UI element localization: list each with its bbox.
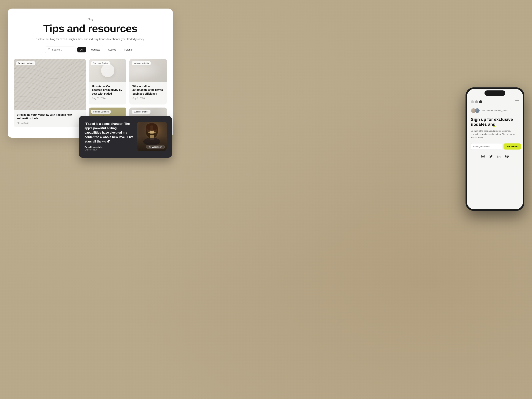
testimonial-text-area: "Faded is a game-changer! The app's powe…: [85, 122, 133, 153]
social-icons-row: [471, 154, 519, 158]
watch-now-button[interactable]: Watch now: [146, 145, 165, 149]
filter-stories-button[interactable]: Stories: [105, 47, 119, 52]
post-2-title: How Acme Corp boosted productivity by 30…: [92, 85, 123, 96]
post-card-3[interactable]: Industry Insights Why workflow automatio…: [129, 59, 167, 104]
member-avatars: [471, 108, 480, 113]
phone-hero-title-highlight: d: [493, 122, 495, 127]
filter-insights-button[interactable]: Insights: [121, 47, 135, 52]
pinterest-icon[interactable]: [505, 154, 509, 158]
svg-point-18: [482, 156, 484, 157]
twitter-icon[interactable]: [489, 154, 493, 158]
search-box[interactable]: [45, 47, 76, 53]
testimonial-card: "Faded is a game-changer! The app's powe…: [79, 116, 172, 158]
members-count-text: 2k+ members already joined: [482, 109, 508, 112]
svg-point-20: [498, 155, 498, 155]
featured-post-title: Streamline your workflow with Faded's ne…: [17, 113, 83, 120]
phone-notch: [484, 90, 505, 96]
svg-point-19: [484, 155, 484, 156]
post-card-2[interactable]: Success Stories How Acme Corp boosted pr…: [89, 59, 126, 104]
phone-nav: [471, 100, 519, 103]
svg-rect-17: [482, 155, 484, 158]
search-filter-row: All Updates Stories Insights: [17, 47, 164, 53]
post-4-tag: Product Updates: [91, 110, 111, 114]
hamburger-line-3: [515, 103, 519, 103]
nav-dot-3: [479, 100, 482, 103]
post-2-date: Aug 29, 2024: [92, 97, 123, 100]
post-5-tag: Success Stories: [132, 110, 151, 114]
phone-hero-description: Be the first to hear about product launc…: [471, 129, 519, 139]
members-row: 2k+ members already joined: [471, 108, 519, 113]
post-3-date: Sep 7, 2024: [133, 97, 164, 100]
nav-dot-2: [475, 100, 478, 103]
testimonial-author-name: David Lanceister: [85, 146, 133, 149]
testimonial-author-title: Entrepreneur: [85, 149, 133, 151]
svg-marker-16: [149, 146, 150, 147]
post-3-title: Why workflow automation is the key to bu…: [133, 85, 164, 96]
phone-screen: 2k+ members already joined Sign up for e…: [467, 89, 523, 209]
hamburger-line-1: [515, 101, 519, 101]
phone-hero-title-text: Sign up for exclusive updates an: [471, 117, 513, 127]
post-3-tag: Industry Insights: [132, 61, 151, 65]
join-waitlist-button[interactable]: Join waitlist: [504, 143, 521, 150]
post-2-tag: Success Stories: [91, 61, 110, 65]
phone-nav-dots: [471, 100, 482, 103]
hamburger-menu-icon[interactable]: [515, 101, 519, 103]
member-avatar-2: [475, 108, 480, 113]
featured-post-card[interactable]: Product Updates Streamline your workflow…: [14, 59, 86, 127]
featured-post-date: Apr 8, 2022: [17, 122, 83, 124]
testimonial-quote: "Faded is a game-changer! The app's powe…: [85, 122, 133, 144]
play-icon: [149, 146, 151, 148]
blog-section-label: Blog: [17, 18, 164, 21]
email-signup-row: Join waitlist: [471, 143, 519, 150]
phone-hero-title: Sign up for exclusive updates and: [471, 117, 519, 127]
featured-post-image: [14, 59, 86, 110]
nav-dot-1: [471, 100, 474, 103]
email-input[interactable]: [471, 143, 502, 150]
blog-subtitle: Explore our blog for expert insights, ti…: [17, 37, 164, 41]
search-input[interactable]: [52, 48, 73, 51]
hamburger-line-2: [515, 102, 519, 102]
linkedin-icon[interactable]: [497, 154, 501, 158]
filter-all-button[interactable]: All: [77, 47, 86, 52]
instagram-icon[interactable]: [481, 154, 485, 158]
filter-updates-button[interactable]: Updates: [88, 47, 103, 52]
testimonial-video-thumbnail[interactable]: Watch now: [137, 122, 167, 151]
svg-rect-1: [14, 59, 86, 110]
phone-mockup: 2k+ members already joined Sign up for e…: [466, 87, 524, 211]
featured-post-tag: Product Updates: [16, 61, 35, 65]
blog-title: Tips and resources: [17, 23, 164, 34]
watch-now-label: Watch now: [152, 146, 162, 148]
search-icon: [48, 48, 51, 51]
